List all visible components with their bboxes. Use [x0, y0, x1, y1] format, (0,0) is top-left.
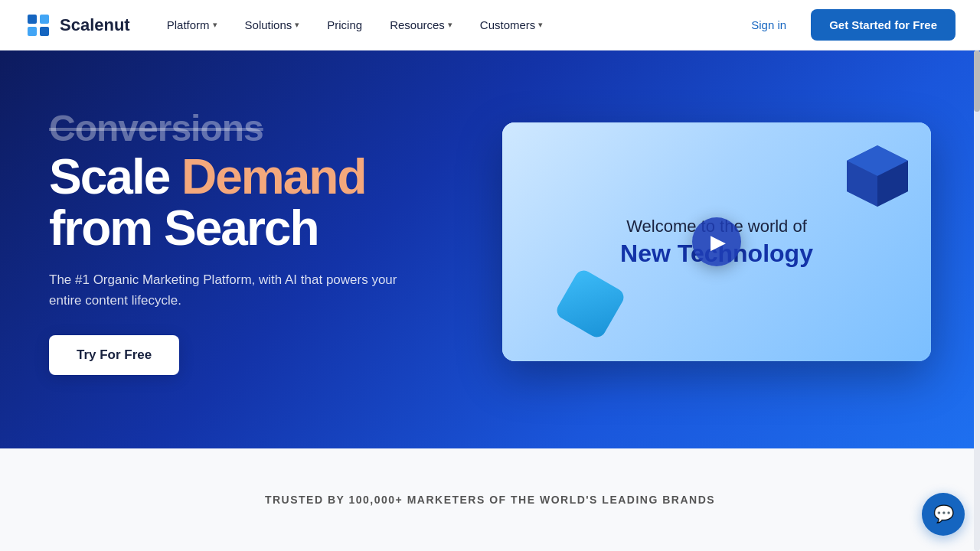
- svg-rect-4: [40, 27, 49, 36]
- hero-content: Conversions Scale Demand from Search The…: [49, 109, 490, 376]
- chat-bubble-button[interactable]: 💬: [922, 493, 965, 536]
- scrollbar-thumb[interactable]: [974, 51, 980, 112]
- heading-highlight: Demand: [181, 149, 366, 204]
- hero-section: Conversions Scale Demand from Search The…: [0, 51, 980, 448]
- play-icon: ▶: [710, 230, 726, 254]
- navbar: Scalenut Platform ▾ Solutions ▾ Pricing …: [0, 0, 980, 51]
- nav-item-customers[interactable]: Customers ▾: [468, 12, 556, 37]
- trusted-text: TRUSTED BY 100,000+ MARKETERS OF THE WOR…: [265, 494, 715, 506]
- nav-item-platform[interactable]: Platform ▾: [155, 12, 230, 37]
- nav-item-solutions[interactable]: Solutions ▾: [233, 12, 312, 37]
- sign-in-link[interactable]: Sign in: [739, 12, 799, 37]
- chevron-down-icon: ▾: [213, 20, 217, 30]
- chevron-down-icon: ▾: [295, 20, 299, 30]
- hero-subtext: The #1 Organic Marketing Platform, with …: [49, 269, 401, 311]
- trusted-section: TRUSTED BY 100,000+ MARKETERS OF THE WOR…: [0, 448, 980, 551]
- logo-text: Scalenut: [60, 15, 130, 35]
- scrolling-text: Conversions: [49, 109, 490, 148]
- hero-video-area: Welcome to the world of New Technology ▶: [490, 122, 931, 361]
- nav-pricing-label: Pricing: [327, 18, 362, 31]
- nav-right: Sign in Get Started for Free: [739, 9, 956, 41]
- try-for-free-button[interactable]: Try For Free: [49, 335, 179, 375]
- nav-customers-label: Customers: [480, 18, 536, 31]
- nav-resources-label: Resources: [390, 18, 445, 31]
- logo[interactable]: Scalenut: [24, 11, 130, 39]
- nav-item-resources[interactable]: Resources ▾: [377, 12, 465, 37]
- heading-scale: Scale: [49, 149, 169, 204]
- nav-solutions-label: Solutions: [245, 18, 292, 31]
- video-card[interactable]: Welcome to the world of New Technology ▶: [502, 122, 931, 361]
- scrollbar[interactable]: [974, 51, 980, 551]
- nav-left: Scalenut Platform ▾ Solutions ▾ Pricing …: [24, 11, 555, 39]
- svg-rect-1: [28, 15, 37, 24]
- video-play-button[interactable]: ▶: [692, 217, 741, 266]
- three-d-block-icon: [847, 145, 908, 207]
- svg-rect-3: [28, 27, 37, 36]
- nav-item-pricing[interactable]: Pricing: [315, 12, 374, 37]
- chat-icon: 💬: [933, 504, 954, 524]
- logo-icon: [24, 11, 52, 39]
- chevron-down-icon: ▾: [538, 20, 543, 30]
- hero-heading: Scale Demand from Search: [49, 152, 490, 254]
- chevron-down-icon: ▾: [448, 20, 452, 30]
- scrolling-words: Conversions: [49, 109, 490, 148]
- nav-platform-label: Platform: [167, 18, 210, 31]
- nav-links: Platform ▾ Solutions ▾ Pricing Resources…: [155, 12, 556, 37]
- heading-from-search: from Search: [49, 201, 318, 256]
- svg-rect-2: [40, 15, 49, 24]
- get-started-button[interactable]: Get Started for Free: [811, 9, 956, 41]
